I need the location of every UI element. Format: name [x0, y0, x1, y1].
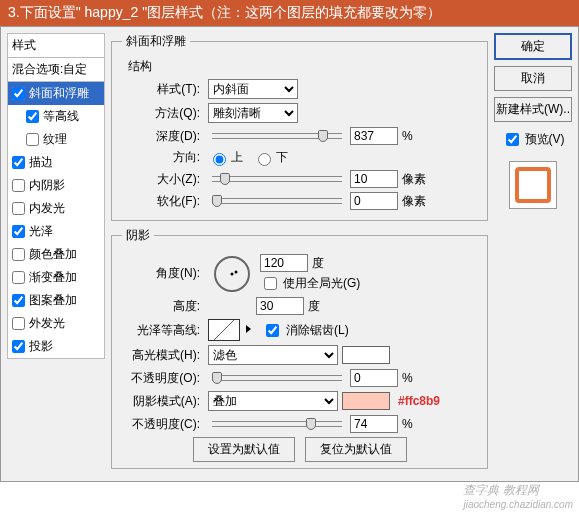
style-checkbox-7[interactable]	[12, 248, 25, 261]
shadow-opacity-slider[interactable]	[212, 421, 342, 427]
shadow-mode-select[interactable]: 叠加	[208, 391, 338, 411]
style-label-4: 内阴影	[29, 177, 65, 194]
style-label-11: 投影	[29, 338, 53, 355]
style-label-0: 斜面和浮雕	[29, 85, 89, 102]
depth-label: 深度(D):	[122, 128, 200, 145]
technique-row: 方法(Q): 雕刻清晰	[122, 103, 477, 123]
depth-input[interactable]	[350, 127, 398, 145]
style-checkbox-11[interactable]	[12, 340, 25, 353]
bevel-fieldset: 斜面和浮雕 结构 样式(T): 内斜面 方法(Q): 雕刻清晰 深度(D): %…	[111, 33, 488, 221]
style-checkbox-6[interactable]	[12, 225, 25, 238]
direction-down-label: 下	[276, 149, 288, 166]
highlight-opacity-slider[interactable]	[212, 375, 342, 381]
shadow-mode-row: 阴影模式(A): 叠加 #ffc8b9	[122, 391, 477, 411]
direction-up-radio[interactable]	[213, 153, 226, 166]
soften-unit: 像素	[402, 193, 432, 210]
technique-select[interactable]: 雕刻清晰	[208, 103, 298, 123]
style-item-0[interactable]: 斜面和浮雕	[8, 82, 104, 105]
cancel-button[interactable]: 取消	[494, 66, 572, 91]
style-checkbox-1[interactable]	[26, 110, 39, 123]
soften-row: 软化(F): 像素	[122, 192, 477, 210]
shadow-opacity-input[interactable]	[350, 415, 398, 433]
preview-box	[509, 161, 557, 209]
size-input[interactable]	[350, 170, 398, 188]
style-item-3[interactable]: 描边	[8, 151, 104, 174]
angle-unit: 度	[312, 255, 342, 272]
style-checkbox-3[interactable]	[12, 156, 25, 169]
reset-default-button[interactable]: 复位为默认值	[305, 437, 407, 462]
style-checkbox-4[interactable]	[12, 179, 25, 192]
highlight-opacity-row: 不透明度(O): %	[122, 369, 477, 387]
shading-fieldset: 阴影 角度(N): 度 使用全局光(G) 高度:	[111, 227, 488, 469]
preview-checkbox[interactable]	[506, 133, 519, 146]
ok-button[interactable]: 确定	[494, 33, 572, 60]
depth-slider[interactable]	[212, 133, 342, 139]
style-checkbox-0[interactable]	[12, 87, 25, 100]
preview-swatch	[515, 167, 551, 203]
style-select[interactable]: 内斜面	[208, 79, 298, 99]
style-item-4[interactable]: 内阴影	[8, 174, 104, 197]
direction-label: 方向:	[122, 149, 200, 166]
style-item-11[interactable]: 投影	[8, 335, 104, 358]
altitude-unit: 度	[308, 298, 338, 315]
size-slider[interactable]	[212, 176, 342, 182]
style-checkbox-5[interactable]	[12, 202, 25, 215]
gloss-contour-label: 光泽等高线:	[122, 322, 200, 339]
angle-input[interactable]	[260, 254, 308, 272]
gloss-contour-picker[interactable]	[208, 319, 240, 341]
new-style-button[interactable]: 新建样式(W)..	[494, 97, 572, 122]
altitude-label: 高度:	[122, 298, 200, 315]
shadow-opacity-unit: %	[402, 417, 432, 431]
style-label-3: 描边	[29, 154, 53, 171]
global-light-checkbox[interactable]	[264, 277, 277, 290]
angle-label: 角度(N):	[122, 265, 200, 282]
direction-down-radio[interactable]	[258, 153, 271, 166]
shading-legend: 阴影	[122, 227, 154, 244]
style-row: 样式(T): 内斜面	[122, 79, 477, 99]
highlight-color-swatch[interactable]	[342, 346, 390, 364]
depth-row: 深度(D): %	[122, 127, 477, 145]
style-label-6: 光泽	[29, 223, 53, 240]
style-label-10: 外发光	[29, 315, 65, 332]
style-item-6[interactable]: 光泽	[8, 220, 104, 243]
style-item-5[interactable]: 内发光	[8, 197, 104, 220]
style-checkbox-10[interactable]	[12, 317, 25, 330]
style-checkbox-9[interactable]	[12, 294, 25, 307]
style-item-9[interactable]: 图案叠加	[8, 289, 104, 312]
antialias-label: 消除锯齿(L)	[286, 322, 349, 339]
style-list: 斜面和浮雕等高线纹理描边内阴影内发光光泽颜色叠加渐变叠加图案叠加外发光投影	[7, 81, 105, 359]
shadow-hex-label: #ffc8b9	[398, 394, 440, 408]
style-item-2[interactable]: 纹理	[8, 128, 104, 151]
shadow-opacity-row: 不透明度(C): %	[122, 415, 477, 433]
styles-heading[interactable]: 样式	[7, 33, 105, 58]
soften-slider[interactable]	[212, 198, 342, 204]
highlight-opacity-label: 不透明度(O):	[122, 370, 200, 387]
size-label: 大小(Z):	[122, 171, 200, 188]
style-item-8[interactable]: 渐变叠加	[8, 266, 104, 289]
direction-row: 方向: 上 下	[122, 149, 477, 166]
altitude-input[interactable]	[256, 297, 304, 315]
direction-up-label: 上	[231, 149, 243, 166]
style-label-2: 纹理	[43, 131, 67, 148]
gloss-contour-row: 光泽等高线: 消除锯齿(L)	[122, 319, 477, 341]
soften-input[interactable]	[350, 192, 398, 210]
highlight-mode-label: 高光模式(H):	[122, 347, 200, 364]
shadow-color-swatch[interactable]	[342, 392, 390, 410]
style-label-1: 等高线	[43, 108, 79, 125]
style-checkbox-8[interactable]	[12, 271, 25, 284]
style-item-7[interactable]: 颜色叠加	[8, 243, 104, 266]
highlight-mode-row: 高光模式(H): 滤色	[122, 345, 477, 365]
style-checkbox-2[interactable]	[26, 133, 39, 146]
highlight-mode-select[interactable]: 滤色	[208, 345, 338, 365]
antialias-checkbox[interactable]	[266, 324, 279, 337]
highlight-opacity-input[interactable]	[350, 369, 398, 387]
blend-options-row[interactable]: 混合选项:自定	[7, 57, 105, 82]
watermark: 查字典 教程网 jiaocheng.chazidian.com	[463, 482, 573, 510]
layer-style-dialog: 样式 混合选项:自定 斜面和浮雕等高线纹理描边内阴影内发光光泽颜色叠加渐变叠加图…	[0, 26, 579, 482]
angle-wheel[interactable]	[214, 256, 250, 292]
angle-row: 角度(N): 度 使用全局光(G)	[122, 254, 477, 293]
chevron-down-icon[interactable]	[246, 325, 251, 333]
set-default-button[interactable]: 设置为默认值	[193, 437, 295, 462]
style-item-10[interactable]: 外发光	[8, 312, 104, 335]
style-item-1[interactable]: 等高线	[8, 105, 104, 128]
